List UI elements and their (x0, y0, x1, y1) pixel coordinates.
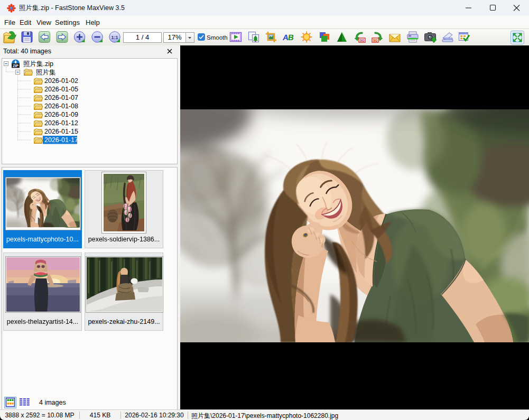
svg-text:90: 90 (360, 38, 364, 43)
svg-text:照片集: 照片集 (36, 69, 56, 76)
svg-text:2026-01-09: 2026-01-09 (44, 111, 78, 118)
svg-text:照片集.zip: 照片集.zip (23, 60, 53, 68)
svg-text:2026-01-12: 2026-01-12 (44, 119, 78, 127)
svg-text:ZIP: ZIP (13, 64, 18, 68)
svg-text:90: 90 (373, 38, 377, 43)
svg-text:2026-01-15: 2026-01-15 (44, 128, 78, 135)
svg-text:2026-01-02: 2026-01-02 (44, 77, 78, 85)
svg-text:2026-01-08: 2026-01-08 (44, 102, 78, 110)
svg-text:1:1: 1:1 (111, 35, 118, 40)
svg-text:B: B (287, 33, 294, 42)
svg-text:2026-01-05: 2026-01-05 (44, 86, 78, 93)
svg-text:2026-01-07: 2026-01-07 (44, 94, 78, 101)
svg-text:2026-01-17: 2026-01-17 (44, 136, 78, 144)
